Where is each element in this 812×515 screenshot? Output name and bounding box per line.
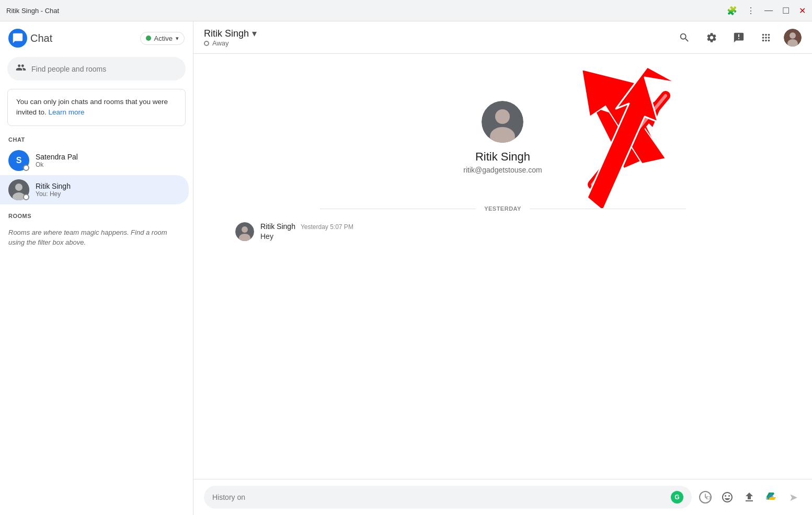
chevron-down-icon: ▾ xyxy=(176,35,179,42)
maximize-icon[interactable]: ☐ xyxy=(782,6,790,16)
titlebar: Ritik Singh - Chat 🧩 ⋮ — ☐ ✕ xyxy=(0,0,812,21)
message-meta: Ritik Singh Yesterday 5:07 PM xyxy=(260,222,685,231)
learn-more-link[interactable]: Learn more xyxy=(49,108,85,116)
history-toggle-button[interactable] xyxy=(697,489,714,506)
active-label: Active xyxy=(154,35,173,42)
ritik-sidebar-name: Ritik Singh xyxy=(36,182,180,190)
annotation-arrow xyxy=(561,62,718,208)
chat-header-name-wrap: Ritik Singh ▾ Away xyxy=(204,28,257,47)
send-button[interactable]: ➤ xyxy=(785,489,802,506)
logo-area: Chat xyxy=(8,29,52,48)
titlebar-title: Ritik Singh - Chat xyxy=(6,7,59,15)
settings-header-button[interactable] xyxy=(702,28,721,47)
satendra-status-dot xyxy=(23,165,29,171)
svg-point-19 xyxy=(707,497,710,499)
profile-avatar xyxy=(482,101,523,143)
chat-logo-icon xyxy=(8,29,27,48)
app-container: Chat Active ▾ You can only join chats an… xyxy=(0,21,812,515)
user-avatar-header[interactable] xyxy=(784,29,802,47)
emoji-button[interactable] xyxy=(719,489,736,506)
header-dropdown-icon[interactable]: ▾ xyxy=(252,28,257,39)
message-time: Yesterday 5:07 PM xyxy=(301,223,353,231)
svg-point-4 xyxy=(790,32,796,39)
status-text: Away xyxy=(212,39,229,47)
red-arrow-overlay xyxy=(561,70,697,190)
extensions-icon[interactable]: 🧩 xyxy=(727,6,737,16)
logo-text: Chat xyxy=(30,32,52,44)
upload-button[interactable] xyxy=(741,489,758,506)
red-arrow-annotation xyxy=(561,64,687,179)
active-dot xyxy=(146,36,151,41)
sidebar-search[interactable] xyxy=(7,57,186,81)
profile-section: Ritik Singh ritik@gadgetstouse.com xyxy=(463,101,542,174)
profile-email: ritik@gadgetstouse.com xyxy=(463,166,542,174)
ritik-chat-info: Ritik Singh You: Hey xyxy=(36,182,180,198)
sidebar: Chat Active ▾ You can only join chats an… xyxy=(0,21,193,515)
chat-header-left: Ritik Singh ▾ Away xyxy=(204,28,257,47)
apps-header-button[interactable] xyxy=(757,28,775,47)
svg-marker-10 xyxy=(587,67,676,208)
date-label: YESTERDAY xyxy=(476,205,530,212)
svg-point-12 xyxy=(495,109,510,124)
satendra-preview: Ok xyxy=(36,161,180,168)
search-input[interactable] xyxy=(31,65,177,73)
ritik-avatar-wrap xyxy=(8,179,29,200)
svg-point-1 xyxy=(15,184,22,191)
chat-item-ritik[interactable]: Ritik Singh You: Hey xyxy=(0,175,189,204)
chat-section-label: CHAT xyxy=(0,133,193,146)
titlebar-controls: 🧩 ⋮ — ☐ ✕ xyxy=(727,6,806,16)
satendra-chat-info: Satendra Pal Ok xyxy=(36,153,180,168)
main-chat: Ritik Singh ▾ Away xyxy=(193,21,812,515)
chat-input-area: G xyxy=(193,479,812,515)
message-content: Ritik Singh Yesterday 5:07 PM Hey xyxy=(260,222,685,241)
ritik-sidebar-status-dot xyxy=(23,194,29,200)
chat-body: Ritik Singh ritik@gadgetstouse.com YESTE… xyxy=(193,54,812,479)
svg-point-15 xyxy=(242,226,248,233)
message-sender: Ritik Singh xyxy=(260,222,295,231)
chat-input[interactable] xyxy=(212,493,666,501)
active-status-badge[interactable]: Active ▾ xyxy=(140,32,185,45)
drive-button[interactable] xyxy=(763,489,780,506)
rooms-section-label: ROOMS xyxy=(0,210,193,222)
minimize-icon[interactable]: — xyxy=(764,6,773,15)
ritik-sidebar-preview: You: Hey xyxy=(36,190,180,198)
info-box: You can only join chats and rooms that y… xyxy=(7,89,186,126)
sidebar-header: Chat Active ▾ xyxy=(0,21,193,53)
away-circle-icon xyxy=(204,41,209,46)
chat-header-name: Ritik Singh xyxy=(204,28,249,39)
message-text: Hey xyxy=(260,232,685,241)
chat-header-actions xyxy=(675,28,802,47)
more-vert-icon[interactable]: ⋮ xyxy=(747,6,755,16)
chat-item-satendra[interactable]: S Satendra Pal Ok xyxy=(0,146,189,175)
satendra-avatar-wrap: S xyxy=(8,150,29,171)
chat-header-status: Away xyxy=(204,39,257,47)
search-header-button[interactable] xyxy=(675,28,694,47)
feedback-header-button[interactable] xyxy=(729,28,748,47)
svg-marker-8 xyxy=(637,96,666,127)
close-icon[interactable]: ✕ xyxy=(799,6,806,16)
rooms-text: Rooms are where team magic happens. Find… xyxy=(0,222,193,253)
date-divider: YESTERDAY xyxy=(320,205,686,212)
svg-marker-6 xyxy=(587,75,660,169)
profile-name: Ritik Singh xyxy=(475,150,530,164)
chat-input-box: G xyxy=(204,486,692,509)
message-avatar xyxy=(235,222,254,241)
message-group: Ritik Singh Yesterday 5:07 PM Hey xyxy=(235,222,685,241)
grammarly-icon: G xyxy=(671,491,683,503)
satendra-name: Satendra Pal xyxy=(36,153,180,161)
find-people-icon xyxy=(16,62,26,75)
chat-header: Ritik Singh ▾ Away xyxy=(193,21,812,54)
info-text: You can only join chats and rooms that y… xyxy=(16,98,168,116)
svg-marker-7 xyxy=(582,70,666,164)
